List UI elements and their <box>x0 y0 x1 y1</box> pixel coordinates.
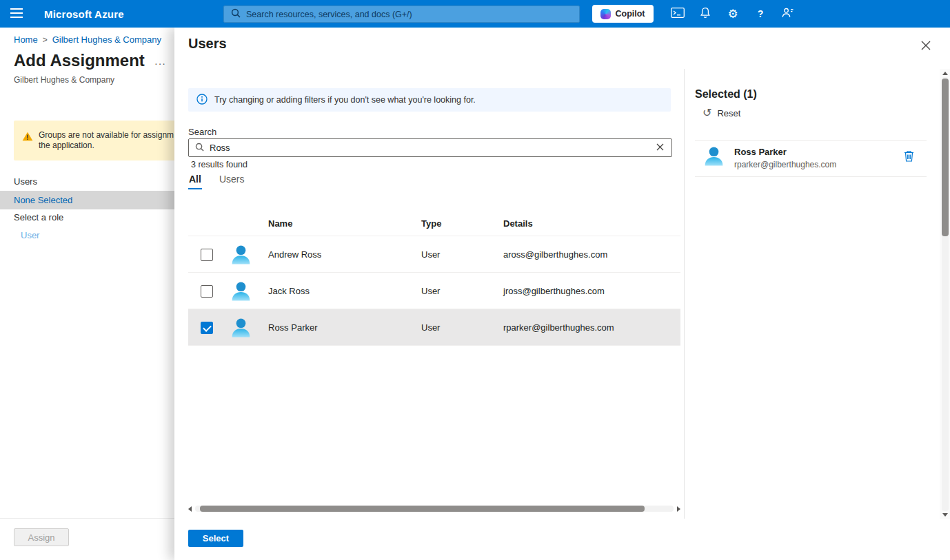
copilot-label: Copilot <box>615 9 645 19</box>
users-selection-link-row[interactable]: None Selected <box>0 191 174 209</box>
bell-icon <box>700 7 711 21</box>
info-banner: Try changing or adding filters if you do… <box>188 88 671 112</box>
help-button[interactable]: ? <box>747 0 774 28</box>
select-button[interactable]: Select <box>188 530 243 547</box>
reset-label: Reset <box>717 108 740 118</box>
settings-button[interactable]: ⚙ <box>719 0 747 28</box>
user-details: aross@gilberthughes.com <box>503 249 607 260</box>
column-header-details: Details <box>503 218 533 229</box>
user-details: jross@gilberthughes.com <box>503 286 605 296</box>
topbar-actions: ⚙ ? <box>664 0 802 28</box>
clear-search-button[interactable] <box>655 141 665 154</box>
table-row[interactable]: Jack Ross User jross@gilberthughes.com <box>188 273 680 309</box>
user-type: User <box>421 286 440 296</box>
help-icon: ? <box>758 9 764 19</box>
gear-icon: ⚙ <box>727 8 738 20</box>
role-field-label: Select a role <box>14 212 63 222</box>
users-flyout-panel: Users Try changing or adding filters if … <box>174 28 950 560</box>
scroll-right-arrow-icon[interactable] <box>677 506 680 512</box>
copilot-button[interactable]: Copilot <box>592 5 654 23</box>
tab-users[interactable]: Users <box>219 174 245 189</box>
more-options-button[interactable]: ··· <box>154 58 166 69</box>
user-avatar-icon <box>230 316 252 339</box>
user-name: Andrew Ross <box>268 249 321 260</box>
notifications-button[interactable] <box>691 0 719 28</box>
horizontal-scrollbar-thumb[interactable] <box>200 506 645 512</box>
breadcrumb: Home > Gilbert Hughes & Company <box>14 34 161 45</box>
scroll-down-arrow-icon[interactable] <box>942 513 948 517</box>
column-header-name: Name <box>268 218 292 229</box>
user-name: Ross Parker <box>268 322 318 333</box>
user-type: User <box>421 249 440 260</box>
page-title: Add Assignment <box>14 51 145 70</box>
copilot-icon <box>600 9 611 19</box>
role-value-link[interactable]: User <box>21 230 39 240</box>
global-search-input[interactable]: Search resources, services, and docs (G+… <box>223 6 580 23</box>
warning-triangle-icon <box>22 132 33 143</box>
azure-portal: Microsoft Azure Search resources, servic… <box>0 0 950 560</box>
panel-divider <box>684 69 685 519</box>
user-avatar-icon <box>230 280 252 302</box>
vertical-scrollbar[interactable] <box>940 69 950 519</box>
reset-button[interactable]: ↺ Reset <box>703 107 740 118</box>
filter-tabs: All Users <box>188 174 245 189</box>
hamburger-icon <box>10 8 23 20</box>
info-banner-text: Try changing or adding filters if you do… <box>214 95 476 105</box>
clear-icon <box>656 143 664 153</box>
none-selected-link[interactable]: None Selected <box>14 191 72 209</box>
selected-item-divider-bottom <box>695 176 927 177</box>
search-input-value: Ross <box>210 143 649 153</box>
page-subtitle: Gilbert Hughes & Company <box>14 75 114 85</box>
vertical-scrollbar-thumb[interactable] <box>942 79 949 236</box>
selected-panel-title: Selected (1) <box>695 88 757 101</box>
tab-all[interactable]: All <box>188 174 202 189</box>
selected-user-item: Ross Parker rparker@gilberthughes.com <box>695 141 927 176</box>
feedback-button[interactable] <box>774 0 802 28</box>
remove-selected-button[interactable] <box>902 149 916 165</box>
close-button[interactable] <box>918 39 933 54</box>
users-field-label: Users <box>14 176 37 187</box>
column-header-type: Type <box>421 218 441 229</box>
breadcrumb-current-link[interactable]: Gilbert Hughes & Company <box>52 34 161 45</box>
close-icon <box>921 41 931 52</box>
cloud-shell-icon <box>671 8 685 20</box>
user-details: rparker@gilberthughes.com <box>503 322 614 333</box>
search-field-label: Search <box>188 127 216 137</box>
results-count: 3 results found <box>191 160 247 169</box>
row-checkbox[interactable] <box>201 285 213 298</box>
feedback-person-icon <box>782 8 794 20</box>
footer-divider <box>0 518 174 519</box>
hamburger-menu-button[interactable] <box>0 0 33 28</box>
flyout-title: Users <box>188 36 227 52</box>
search-icon <box>195 143 204 154</box>
cloud-shell-button[interactable] <box>664 0 691 28</box>
breadcrumb-home-link[interactable]: Home <box>14 34 38 45</box>
assign-button[interactable]: Assign <box>14 528 69 546</box>
selected-user-email: rparker@gilberthughes.com <box>734 160 836 169</box>
user-name: Jack Ross <box>268 286 310 296</box>
table-row[interactable]: Ross Parker User rparker@gilberthughes.c… <box>188 309 680 346</box>
breadcrumb-separator: > <box>43 35 48 45</box>
scroll-left-arrow-icon[interactable] <box>188 506 192 512</box>
selected-user-name: Ross Parker <box>734 147 787 157</box>
row-checkbox[interactable] <box>201 249 213 261</box>
row-checkbox[interactable] <box>201 322 213 334</box>
info-icon <box>196 94 208 107</box>
user-search-input[interactable]: Ross <box>188 138 672 157</box>
app-title[interactable]: Microsoft Azure <box>44 8 124 20</box>
scroll-up-arrow-icon[interactable] <box>942 72 948 75</box>
top-bar: Microsoft Azure Search resources, servic… <box>0 0 950 28</box>
global-search-placeholder: Search resources, services, and docs (G+… <box>246 10 412 19</box>
reset-undo-icon: ↺ <box>703 107 711 118</box>
horizontal-scrollbar[interactable] <box>188 505 680 513</box>
trash-icon <box>904 154 914 164</box>
user-type: User <box>421 322 440 333</box>
search-icon <box>231 8 241 20</box>
table-header: Name Type Details <box>188 218 680 235</box>
user-avatar-icon <box>703 145 725 167</box>
table-row[interactable]: Andrew Ross User aross@gilberthughes.com <box>188 236 680 273</box>
results-table: Andrew Ross User aross@gilberthughes.com… <box>188 236 680 346</box>
user-avatar-icon <box>230 243 252 266</box>
